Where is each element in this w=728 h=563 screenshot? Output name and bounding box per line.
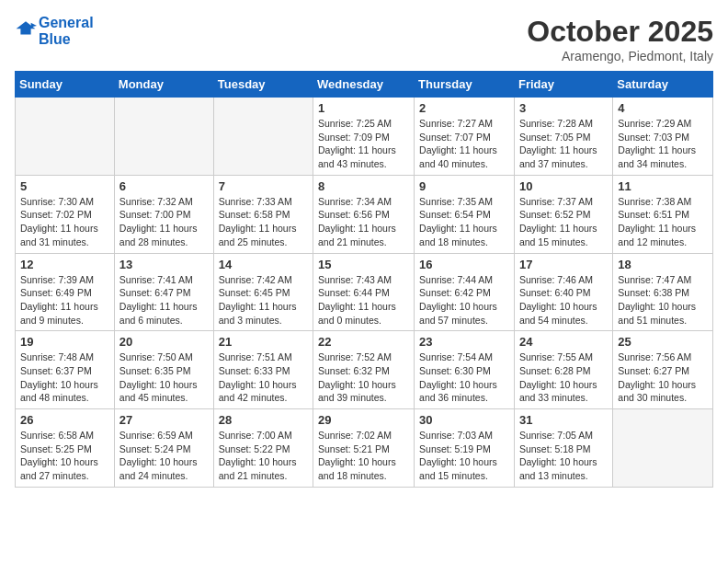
- calendar-cell: [213, 98, 313, 176]
- calendar-cell: [16, 98, 115, 176]
- calendar-cell: 11Sunrise: 7:38 AM Sunset: 6:51 PM Dayli…: [613, 175, 713, 253]
- day-info: Sunrise: 7:56 AM Sunset: 6:27 PM Dayligh…: [618, 350, 708, 405]
- calendar-cell: [114, 98, 213, 176]
- day-number: 19: [20, 335, 109, 349]
- day-number: 21: [219, 335, 308, 349]
- calendar-cell: 15Sunrise: 7:43 AM Sunset: 6:44 PM Dayli…: [313, 253, 415, 331]
- title-section: October 2025 Aramengo, Piedmont, Italy: [527, 15, 713, 63]
- calendar-cell: 17Sunrise: 7:46 AM Sunset: 6:40 PM Dayli…: [514, 253, 612, 331]
- calendar-cell: 23Sunrise: 7:54 AM Sunset: 6:30 PM Dayli…: [415, 331, 515, 409]
- day-info: Sunrise: 6:59 AM Sunset: 5:24 PM Dayligh…: [119, 429, 209, 483]
- calendar-week-5: 26Sunrise: 6:58 AM Sunset: 5:25 PM Dayli…: [16, 409, 713, 488]
- logo-blue: Blue: [39, 31, 94, 48]
- calendar-cell: 29Sunrise: 7:02 AM Sunset: 5:21 PM Dayli…: [313, 409, 415, 488]
- day-info: Sunrise: 7:46 AM Sunset: 6:40 PM Dayligh…: [519, 273, 608, 327]
- day-number: 6: [119, 179, 209, 193]
- day-info: Sunrise: 7:52 AM Sunset: 6:32 PM Dayligh…: [318, 350, 409, 405]
- weekday-header-thursday: Thursday: [415, 72, 515, 98]
- logo: General Blue: [15, 15, 94, 47]
- weekday-header-saturday: Saturday: [613, 72, 713, 98]
- calendar-body: 1Sunrise: 7:25 AM Sunset: 7:09 PM Daylig…: [16, 98, 713, 488]
- day-number: 28: [219, 413, 308, 427]
- day-number: 17: [519, 258, 608, 271]
- day-number: 11: [618, 179, 708, 193]
- day-number: 9: [419, 179, 509, 193]
- day-number: 13: [119, 258, 209, 271]
- calendar-cell: 13Sunrise: 7:41 AM Sunset: 6:47 PM Dayli…: [114, 253, 213, 331]
- day-info: Sunrise: 7:47 AM Sunset: 6:38 PM Dayligh…: [618, 273, 708, 327]
- day-info: Sunrise: 7:35 AM Sunset: 6:54 PM Dayligh…: [419, 195, 509, 249]
- day-info: Sunrise: 7:33 AM Sunset: 6:58 PM Dayligh…: [219, 195, 308, 249]
- month-title: October 2025: [527, 15, 713, 49]
- calendar-cell: 3Sunrise: 7:28 AM Sunset: 7:05 PM Daylig…: [514, 98, 612, 176]
- svg-marker-1: [31, 22, 37, 27]
- calendar-cell: 19Sunrise: 7:48 AM Sunset: 6:37 PM Dayli…: [16, 331, 115, 409]
- calendar-cell: 9Sunrise: 7:35 AM Sunset: 6:54 PM Daylig…: [415, 175, 515, 253]
- day-number: 16: [419, 258, 509, 271]
- calendar-cell: 22Sunrise: 7:52 AM Sunset: 6:32 PM Dayli…: [313, 331, 415, 409]
- calendar-cell: 24Sunrise: 7:55 AM Sunset: 6:28 PM Dayli…: [514, 331, 612, 409]
- calendar-week-1: 1Sunrise: 7:25 AM Sunset: 7:09 PM Daylig…: [16, 98, 713, 176]
- day-number: 3: [519, 101, 608, 115]
- calendar-cell: [613, 409, 713, 488]
- day-number: 29: [318, 413, 409, 427]
- day-info: Sunrise: 7:30 AM Sunset: 7:02 PM Dayligh…: [20, 195, 109, 249]
- calendar-week-2: 5Sunrise: 7:30 AM Sunset: 7:02 PM Daylig…: [16, 175, 713, 253]
- calendar-table: SundayMondayTuesdayWednesdayThursdayFrid…: [15, 71, 713, 488]
- calendar-cell: 26Sunrise: 6:58 AM Sunset: 5:25 PM Dayli…: [16, 409, 115, 488]
- calendar-cell: 8Sunrise: 7:34 AM Sunset: 6:56 PM Daylig…: [313, 175, 415, 253]
- day-info: Sunrise: 7:51 AM Sunset: 6:33 PM Dayligh…: [219, 350, 308, 405]
- logo-general: General: [39, 15, 94, 30]
- logo-icon: [15, 18, 37, 40]
- day-number: 4: [618, 101, 708, 115]
- day-number: 1: [318, 101, 409, 115]
- calendar-cell: 5Sunrise: 7:30 AM Sunset: 7:02 PM Daylig…: [16, 175, 115, 253]
- day-info: Sunrise: 7:55 AM Sunset: 6:28 PM Dayligh…: [519, 350, 608, 405]
- calendar-cell: 18Sunrise: 7:47 AM Sunset: 6:38 PM Dayli…: [613, 253, 713, 331]
- day-info: Sunrise: 7:03 AM Sunset: 5:19 PM Dayligh…: [419, 429, 509, 483]
- day-number: 7: [219, 179, 308, 193]
- day-info: Sunrise: 7:28 AM Sunset: 7:05 PM Dayligh…: [519, 117, 608, 171]
- day-info: Sunrise: 7:34 AM Sunset: 6:56 PM Dayligh…: [318, 195, 409, 249]
- weekday-header-wednesday: Wednesday: [313, 72, 415, 98]
- day-info: Sunrise: 7:50 AM Sunset: 6:35 PM Dayligh…: [119, 350, 209, 405]
- calendar-header-row: SundayMondayTuesdayWednesdayThursdayFrid…: [16, 72, 713, 98]
- calendar-cell: 31Sunrise: 7:05 AM Sunset: 5:18 PM Dayli…: [514, 409, 612, 488]
- day-number: 15: [318, 258, 409, 271]
- day-info: Sunrise: 7:43 AM Sunset: 6:44 PM Dayligh…: [318, 273, 409, 327]
- day-info: Sunrise: 7:41 AM Sunset: 6:47 PM Dayligh…: [119, 273, 209, 327]
- day-info: Sunrise: 7:02 AM Sunset: 5:21 PM Dayligh…: [318, 429, 409, 483]
- location-subtitle: Aramengo, Piedmont, Italy: [527, 49, 713, 63]
- weekday-header-friday: Friday: [514, 72, 612, 98]
- calendar-cell: 7Sunrise: 7:33 AM Sunset: 6:58 PM Daylig…: [213, 175, 313, 253]
- calendar-cell: 30Sunrise: 7:03 AM Sunset: 5:19 PM Dayli…: [415, 409, 515, 488]
- day-number: 2: [419, 101, 509, 115]
- day-number: 22: [318, 335, 409, 349]
- day-info: Sunrise: 7:54 AM Sunset: 6:30 PM Dayligh…: [419, 350, 509, 405]
- calendar-cell: 27Sunrise: 6:59 AM Sunset: 5:24 PM Dayli…: [114, 409, 213, 488]
- day-info: Sunrise: 7:32 AM Sunset: 7:00 PM Dayligh…: [119, 195, 209, 249]
- day-info: Sunrise: 7:05 AM Sunset: 5:18 PM Dayligh…: [519, 429, 608, 483]
- day-number: 8: [318, 179, 409, 193]
- day-number: 30: [419, 413, 509, 427]
- day-info: Sunrise: 6:58 AM Sunset: 5:25 PM Dayligh…: [20, 429, 109, 483]
- day-info: Sunrise: 7:44 AM Sunset: 6:42 PM Dayligh…: [419, 273, 509, 327]
- day-info: Sunrise: 7:48 AM Sunset: 6:37 PM Dayligh…: [20, 350, 109, 405]
- day-number: 25: [618, 335, 708, 349]
- calendar-week-3: 12Sunrise: 7:39 AM Sunset: 6:49 PM Dayli…: [16, 253, 713, 331]
- day-info: Sunrise: 7:25 AM Sunset: 7:09 PM Dayligh…: [318, 117, 409, 171]
- day-number: 26: [20, 413, 109, 427]
- calendar-cell: 1Sunrise: 7:25 AM Sunset: 7:09 PM Daylig…: [313, 98, 415, 176]
- day-number: 14: [219, 258, 308, 271]
- day-number: 10: [519, 179, 608, 193]
- calendar-cell: 14Sunrise: 7:42 AM Sunset: 6:45 PM Dayli…: [213, 253, 313, 331]
- weekday-header-sunday: Sunday: [16, 72, 115, 98]
- day-number: 27: [119, 413, 209, 427]
- day-number: 12: [20, 258, 109, 271]
- day-number: 5: [20, 179, 109, 193]
- calendar-cell: 12Sunrise: 7:39 AM Sunset: 6:49 PM Dayli…: [16, 253, 115, 331]
- calendar-cell: 20Sunrise: 7:50 AM Sunset: 6:35 PM Dayli…: [114, 331, 213, 409]
- calendar-week-4: 19Sunrise: 7:48 AM Sunset: 6:37 PM Dayli…: [16, 331, 713, 409]
- calendar-cell: 21Sunrise: 7:51 AM Sunset: 6:33 PM Dayli…: [213, 331, 313, 409]
- day-info: Sunrise: 7:39 AM Sunset: 6:49 PM Dayligh…: [20, 273, 109, 327]
